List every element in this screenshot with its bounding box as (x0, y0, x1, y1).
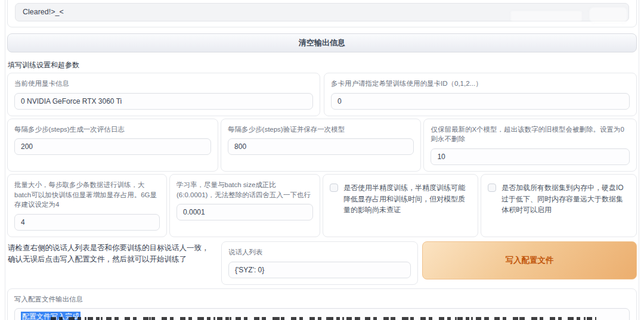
training-webui-page: Cleared!>_< 清空输出信息 填写训练设置和超参数 当前使用显卡信息 0… (0, 0, 644, 320)
checkbox-all-in-mem[interactable]: 是否加载所有数据集到内存中，硬盘IO过于低下、同时内存容量远大于数据集体积时可以… (481, 174, 637, 237)
checkbox-fp16[interactable]: 是否使用半精度训练，半精度训练可能降低显存占用和训练时间，但对模型质量的影响尚未… (323, 174, 478, 237)
log-interval-label: 每隔多少步(steps)生成一次评估日志 (14, 125, 211, 135)
write-config-button[interactable]: 写入配置文件 (422, 241, 637, 279)
keep-ckpts-label: 仅保留最新的X个模型，超出该数字的旧模型会被删除。设置为0则永不删除 (431, 125, 630, 144)
batch-size-input[interactable]: 4 (14, 214, 160, 231)
all-in-mem-label: 是否加载所有数据集到内存中，硬盘IO过于低下、同时内存容量远大于数据集体积时可以… (501, 182, 630, 216)
settings-row-2: 每隔多少步(steps)生成一次评估日志 200 每隔多少步(steps)验证并… (7, 119, 637, 172)
output-console-textbox[interactable]: Cleared!>_< (15, 3, 629, 21)
gpu-info-input[interactable]: 0 NVIDIA GeForce RTX 3060 Ti (14, 93, 313, 110)
eval-interval-label: 每隔多少步(steps)验证并保存一次模型 (228, 125, 414, 135)
config-row: 请检查右侧的说话人列表是否和你要训练的目标说话人一致，确认无误后点击写入配置文件… (7, 241, 637, 285)
clear-output-button[interactable]: 清空输出信息 (7, 33, 637, 52)
settings-row-1: 当前使用显卡信息 0 NVIDIA GeForce RTX 3060 Ti 多卡… (7, 73, 637, 116)
field-keep-ckpts: 仅保留最新的X个模型，超出该数字的旧模型会被删除。设置为0则永不删除 10 (423, 119, 637, 172)
subtitle-cutoff-strip (51, 317, 596, 320)
field-batch-size: 批量大小，每步取多少条数据进行训练，大batch可以加快训练但显著增加显存占用。… (7, 174, 167, 237)
keep-ckpts-input[interactable]: 10 (431, 148, 630, 165)
settings-row-3: 批量大小，每步取多少条数据进行训练，大batch可以加快训练但显著增加显存占用。… (7, 174, 637, 237)
section-title: 填写训练设置和超参数 (8, 60, 637, 70)
checkbox-unchecked-icon[interactable] (488, 184, 496, 192)
config-output-label: 写入配置文件输出信息 (14, 294, 630, 305)
checkbox-unchecked-icon[interactable] (330, 184, 338, 192)
gpu-ids-label: 多卡用户请指定希望训练使用的显卡ID（0,1,2...） (331, 79, 630, 89)
batch-size-label: 批量大小，每步取多少条数据进行训练，大batch可以加快训练但显著增加显存占用。… (14, 180, 160, 210)
field-learning-rate: 学习率，尽量与batch size成正比(6:0.0001)，无法整除的话四舍五… (169, 174, 320, 237)
learning-rate-label: 学习率，尽量与batch size成正比(6:0.0001)，无法整除的话四舍五… (177, 180, 313, 200)
gpu-ids-input[interactable]: 0 (331, 93, 630, 110)
tab-panel-container: Cleared!>_< 清空输出信息 填写训练设置和超参数 当前使用显卡信息 0… (5, 0, 639, 320)
speaker-check-note: 请检查右侧的说话人列表是否和你要训练的目标说话人一致，确认无误后点击写入配置文件… (7, 241, 217, 285)
field-gpu-ids: 多卡用户请指定希望训练使用的显卡ID（0,1,2...） 0 (324, 73, 637, 116)
field-gpu-info: 当前使用显卡信息 0 NVIDIA GeForce RTX 3060 Ti (7, 73, 320, 116)
field-log-interval: 每隔多少步(steps)生成一次评估日志 200 (7, 119, 218, 172)
gpu-info-label: 当前使用显卡信息 (14, 79, 313, 89)
field-config-output: 写入配置文件输出信息 配置文件写入完成 (7, 288, 637, 320)
fp16-label: 是否使用半精度训练，半精度训练可能降低显存占用和训练时间，但对模型质量的影响尚未… (343, 182, 471, 216)
field-speaker-list: 说话人列表 {'SYZ': 0} (221, 241, 418, 285)
speaker-list-label: 说话人列表 (228, 247, 411, 257)
eval-interval-input[interactable]: 800 (228, 138, 414, 155)
output-console-group: Cleared!>_< (7, 0, 637, 27)
field-eval-interval: 每隔多少步(steps)验证并保存一次模型 800 (221, 119, 421, 172)
log-interval-input[interactable]: 200 (14, 138, 211, 155)
learning-rate-input[interactable]: 0.0001 (177, 204, 313, 220)
speaker-list-input[interactable]: {'SYZ': 0} (228, 262, 411, 278)
